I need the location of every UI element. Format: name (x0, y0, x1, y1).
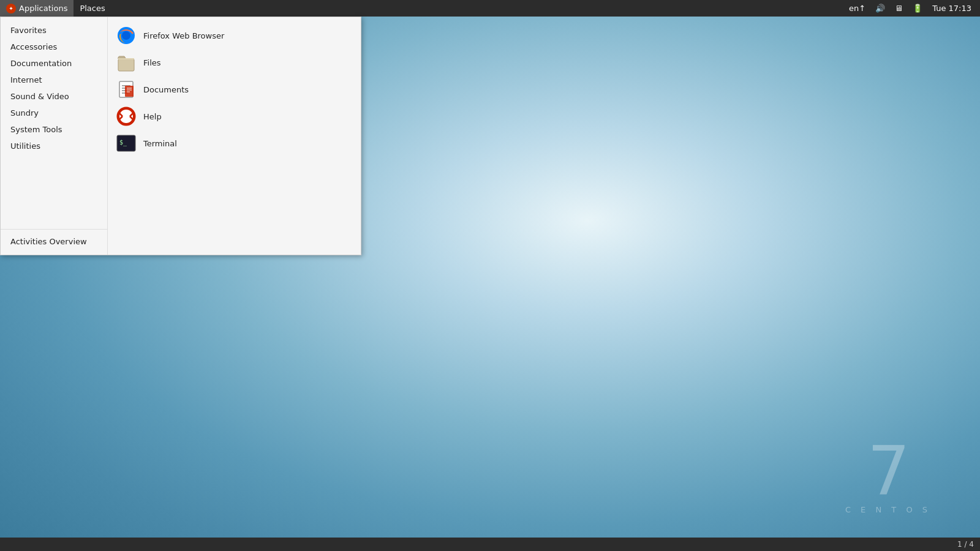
status-bar: 1 / 4 (0, 538, 980, 551)
applications-menu-button[interactable]: ✦ Applications (0, 0, 74, 17)
clock[interactable]: Tue 17:13 (930, 4, 974, 13)
app-label-help: Help (143, 112, 162, 121)
svg-rect-3 (118, 59, 134, 71)
top-panel: ✦ Applications Places en↑ 🔊 🖥 🔋 Tue 17:1… (0, 0, 980, 17)
firefox-icon (116, 26, 136, 45)
menu-category-favorites[interactable]: Favorites (1, 22, 107, 39)
help-icon (116, 107, 136, 126)
volume-icon[interactable]: 🔊 (873, 4, 888, 13)
app-item-help[interactable]: Help (108, 103, 361, 130)
centos-seven: 7 (845, 438, 931, 505)
panel-right: en↑ 🔊 🖥 🔋 Tue 17:13 (846, 4, 980, 13)
menu-apps-panel: Firefox Web Browser Files (108, 17, 361, 255)
app-item-documents[interactable]: Documents (108, 76, 361, 103)
app-item-files[interactable]: Files (108, 49, 361, 76)
app-label-documents: Documents (143, 85, 189, 94)
app-label-files: Files (143, 58, 161, 67)
svg-rect-11 (125, 86, 134, 97)
applications-icon: ✦ (6, 4, 16, 13)
documents-icon (116, 80, 136, 99)
terminal-icon: $_ (116, 133, 136, 153)
panel-left: ✦ Applications Places (0, 0, 846, 17)
applications-menu: Favorites Accessories Documentation Inte… (0, 17, 361, 255)
app-item-firefox[interactable]: Firefox Web Browser (108, 22, 361, 49)
page-indicator: 1 / 4 (951, 540, 980, 549)
applications-label: Applications (19, 4, 67, 13)
places-menu-button[interactable]: Places (74, 0, 111, 17)
menu-category-internet[interactable]: Internet (1, 72, 107, 88)
app-item-terminal[interactable]: $_ Terminal (108, 130, 361, 157)
menu-category-system-tools[interactable]: System Tools (1, 121, 107, 138)
activities-overview-button[interactable]: Activities Overview (1, 233, 107, 250)
svg-text:$_: $_ (119, 139, 127, 146)
app-label-terminal: Terminal (143, 139, 177, 148)
menu-sidebar: Favorites Accessories Documentation Inte… (1, 17, 108, 255)
centos-watermark: 7 C E N T O S (845, 438, 931, 514)
battery-icon[interactable]: 🔋 (910, 4, 925, 13)
svg-point-2 (122, 31, 130, 40)
centos-name: C E N T O S (845, 505, 931, 514)
menu-category-sundry[interactable]: Sundry (1, 105, 107, 121)
desktop: ✦ Applications Places en↑ 🔊 🖥 🔋 Tue 17:1… (0, 0, 980, 551)
keyboard-layout-indicator[interactable]: en↑ (846, 4, 868, 13)
svg-rect-4 (118, 58, 134, 59)
menu-sidebar-bottom: Activities Overview (1, 229, 107, 250)
display-icon[interactable]: 🖥 (892, 4, 905, 13)
places-label: Places (80, 4, 105, 13)
menu-category-utilities[interactable]: Utilities (1, 138, 107, 154)
app-label-firefox: Firefox Web Browser (143, 31, 224, 40)
menu-category-accessories[interactable]: Accessories (1, 39, 107, 55)
files-icon (116, 53, 136, 72)
menu-category-sound-video[interactable]: Sound & Video (1, 88, 107, 105)
menu-category-documentation[interactable]: Documentation (1, 55, 107, 72)
